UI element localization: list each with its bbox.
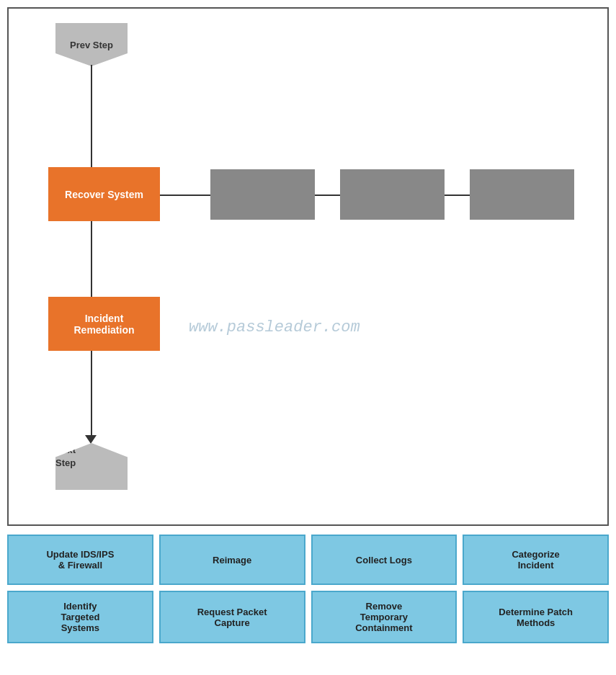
next-step-label: Next Step [55, 444, 76, 468]
cards-area: Update IDS/IPS& Firewall Reimage Collect… [7, 535, 609, 643]
card-remove-temporary: RemoveTemporaryContainment [311, 591, 457, 643]
gray-box-1 [210, 169, 315, 220]
card-reimage: Reimage [159, 535, 305, 585]
prev-step-shape: Prev Step [55, 23, 128, 66]
line-recover-to-gray1 [160, 195, 210, 196]
main-container: Prev Step Recover System Incident Remedi… [0, 0, 616, 651]
card-request-packet: Request PacketCapture [159, 591, 305, 643]
line-gray2-to-gray3 [445, 195, 470, 196]
watermark: www.passleader.com [189, 318, 360, 336]
line-incident-to-arrow [91, 351, 92, 437]
gray-box-3 [470, 169, 574, 220]
card-collect-logs: Collect Logs [311, 535, 457, 585]
arrow-down-icon [85, 435, 97, 444]
next-step-shape: Next Step [55, 443, 128, 490]
incident-remediation-box: Incident Remediation [48, 297, 160, 351]
line-prev-to-recover [91, 65, 92, 168]
gray-box-2 [340, 169, 445, 220]
line-recover-to-incident [91, 221, 92, 298]
card-categorize-incident: CategorizeIncident [463, 535, 609, 585]
card-determine-patch: Determine PatchMethods [463, 591, 609, 643]
incident-remediation-label: Incident Remediation [73, 313, 134, 336]
line-gray1-to-gray2 [315, 195, 340, 196]
recover-system-label: Recover System [65, 189, 143, 200]
card-update-ids: Update IDS/IPS& Firewall [7, 535, 153, 585]
prev-step-label: Prev Step [70, 40, 113, 50]
flowchart-area: Prev Step Recover System Incident Remedi… [7, 7, 609, 526]
recover-system-box: Recover System [48, 167, 160, 221]
card-identify-targeted: IdentifyTargetedSystems [7, 591, 153, 643]
